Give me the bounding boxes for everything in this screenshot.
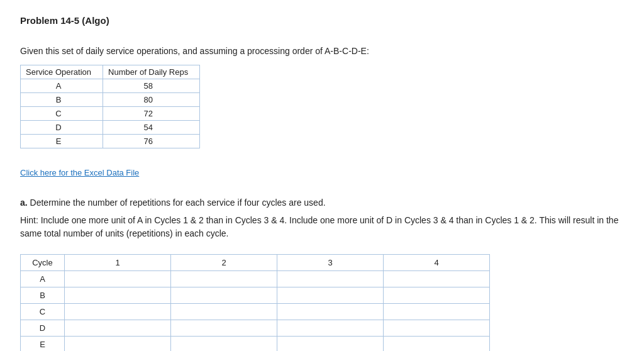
cycle-input-cell[interactable] <box>171 304 277 320</box>
cycle-row: A <box>21 271 490 287</box>
cycle-input[interactable] <box>171 271 277 287</box>
part-a-text: Determine the number of repetitions for … <box>30 198 326 208</box>
cycle-input-cell[interactable] <box>277 337 384 352</box>
cycle-header-2: 2 <box>171 255 277 271</box>
service-operations-table: Service Operation Number of Daily Reps A… <box>20 65 200 148</box>
cycle-input[interactable] <box>277 337 383 351</box>
cycle-input[interactable] <box>384 320 489 336</box>
cycle-input-cell[interactable] <box>384 287 490 304</box>
part-a-label: a. <box>20 198 28 208</box>
cycle-input[interactable] <box>277 271 383 287</box>
cycle-input[interactable] <box>171 320 277 336</box>
table-row: A58 <box>21 79 200 93</box>
cycle-input[interactable] <box>65 287 170 303</box>
excel-link[interactable]: Click here for the Excel Data File <box>20 168 139 177</box>
cycle-input-cell[interactable] <box>384 337 490 352</box>
table-row: D54 <box>21 121 200 135</box>
cycle-input-cell[interactable] <box>384 304 490 320</box>
cycle-input[interactable] <box>65 320 170 336</box>
service-op-cell: E <box>21 135 103 148</box>
cycle-input[interactable] <box>171 337 277 351</box>
cycle-table: Cycle1234 ABCDE <box>20 254 490 351</box>
cycle-input-cell[interactable] <box>384 271 490 287</box>
cycle-input[interactable] <box>171 287 277 303</box>
cycle-input-cell[interactable] <box>277 320 384 337</box>
cycle-input-cell[interactable] <box>171 287 277 304</box>
cycle-row-label: E <box>21 337 65 352</box>
cycle-input-cell[interactable] <box>277 304 384 320</box>
cycle-input-cell[interactable] <box>65 287 171 304</box>
part-a-section: a. Determine the number of repetitions f… <box>20 198 624 208</box>
cycle-input-cell[interactable] <box>171 271 277 287</box>
cycle-input-cell[interactable] <box>384 320 490 337</box>
hint-text: Hint: Include one more unit of A in Cycl… <box>20 214 624 240</box>
cycle-row-label: A <box>21 271 65 287</box>
cycle-input[interactable] <box>277 304 383 320</box>
daily-reps-header: Number of Daily Reps <box>103 65 200 79</box>
daily-reps-cell: 80 <box>103 93 200 107</box>
cycle-header-cycle: Cycle <box>21 255 65 271</box>
service-op-cell: D <box>21 121 103 135</box>
cycle-input[interactable] <box>277 320 383 336</box>
cycle-input[interactable] <box>277 287 383 303</box>
cycle-input-cell[interactable] <box>65 337 171 352</box>
cycle-row-label: B <box>21 287 65 304</box>
cycle-input-cell[interactable] <box>65 271 171 287</box>
cycle-input[interactable] <box>384 337 489 351</box>
cycle-input[interactable] <box>65 337 170 351</box>
cycle-input[interactable] <box>65 271 170 287</box>
cycle-row: C <box>21 304 490 320</box>
service-op-cell: C <box>21 107 103 121</box>
daily-reps-cell: 76 <box>103 135 200 148</box>
cycle-header-3: 3 <box>277 255 384 271</box>
table-row: E76 <box>21 135 200 148</box>
service-op-cell: B <box>21 93 103 107</box>
cycle-input-cell[interactable] <box>171 320 277 337</box>
cycle-header-1: 1 <box>65 255 171 271</box>
service-op-cell: A <box>21 79 103 93</box>
problem-title: Problem 14-5 (Algo) <box>20 15 624 26</box>
daily-reps-cell: 58 <box>103 79 200 93</box>
description: Given this set of daily service operatio… <box>20 46 624 56</box>
cycle-header-4: 4 <box>384 255 490 271</box>
table-row: B80 <box>21 93 200 107</box>
cycle-input[interactable] <box>65 304 170 320</box>
cycle-row: D <box>21 320 490 337</box>
cycle-row: B <box>21 287 490 304</box>
cycle-input[interactable] <box>384 287 489 303</box>
cycle-row-label: C <box>21 304 65 320</box>
table-row: C72 <box>21 107 200 121</box>
cycle-input-cell[interactable] <box>65 304 171 320</box>
service-op-header: Service Operation <box>21 65 103 79</box>
cycle-input-cell[interactable] <box>277 271 384 287</box>
daily-reps-cell: 54 <box>103 121 200 135</box>
daily-reps-cell: 72 <box>103 107 200 121</box>
cycle-input[interactable] <box>171 304 277 320</box>
cycle-row: E <box>21 337 490 352</box>
cycle-input[interactable] <box>384 271 489 287</box>
cycle-input-cell[interactable] <box>65 320 171 337</box>
cycle-row-label: D <box>21 320 65 337</box>
cycle-input-cell[interactable] <box>171 337 277 352</box>
cycle-input[interactable] <box>384 304 489 320</box>
cycle-input-cell[interactable] <box>277 287 384 304</box>
